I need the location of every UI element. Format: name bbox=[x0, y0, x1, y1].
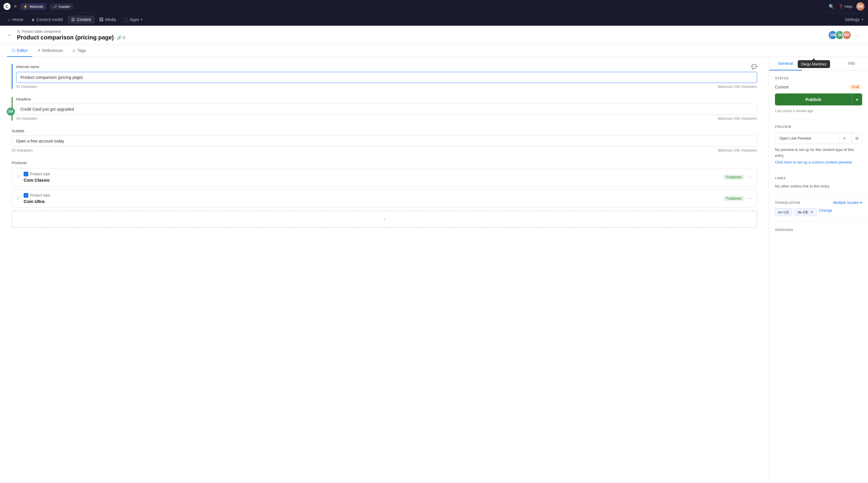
entry-header-actions: DM JK MR ··· bbox=[828, 30, 861, 40]
chevron-down-icon: ▾ bbox=[856, 97, 858, 102]
links-title: LINKS bbox=[775, 176, 862, 180]
entry-header-info: ⊞ Product table component Product compar… bbox=[17, 29, 828, 41]
product-card: ⠿ i Product topic Coin Ultra Published ·… bbox=[12, 189, 757, 208]
subtitle-meta: 25 characters Maximum 256 characters bbox=[12, 148, 757, 152]
tab-general[interactable]: General bbox=[769, 57, 802, 70]
chevron-down-icon: ▾ bbox=[141, 18, 142, 21]
publish-button[interactable]: Publish bbox=[775, 93, 852, 106]
nav-content-model[interactable]: ◈ Content model bbox=[28, 16, 66, 24]
copy-preview-icon[interactable]: ⧉ bbox=[852, 133, 862, 144]
status-badge: Published bbox=[723, 196, 744, 201]
editor-panel: Internal name 💬 33 characters Maximum 25… bbox=[0, 57, 769, 483]
internal-name-field: Internal name 💬 33 characters Maximum 25… bbox=[12, 64, 757, 89]
status-section: STATUS Current Draft Publish ▾ Last save… bbox=[769, 71, 868, 119]
preview-button[interactable]: Open Live Preview bbox=[775, 133, 836, 143]
setup-preview-link[interactable]: Click here to set up a custom content pr… bbox=[775, 160, 862, 164]
product-type: i Product topic bbox=[24, 172, 719, 176]
more-options-button[interactable]: ··· bbox=[854, 32, 861, 38]
tab-references[interactable]: ↗ References bbox=[32, 45, 68, 57]
nav-media[interactable]: 🖼 Media bbox=[96, 16, 120, 24]
references-tab-icon: ↗ bbox=[37, 48, 40, 53]
last-saved: Last saved a minute ago bbox=[775, 109, 862, 113]
nav-content[interactable]: ☰ Content bbox=[68, 16, 94, 24]
preview-note: No preview is set up for the content typ… bbox=[775, 147, 862, 158]
subtitle-input[interactable] bbox=[12, 136, 757, 147]
translation-section: TRANSLATION Multiple locales ▾ en-US de-… bbox=[769, 195, 868, 222]
link-count[interactable]: 🔗 0 bbox=[117, 35, 125, 40]
nav-home[interactable]: ⌂ Home bbox=[5, 16, 27, 24]
nav-apps[interactable]: ⬚ Apps ▾ bbox=[121, 16, 146, 24]
tab-info[interactable]: Info bbox=[835, 57, 868, 70]
remove-locale-button[interactable]: ✕ bbox=[810, 210, 813, 214]
internal-name-label: Internal name 💬 bbox=[16, 64, 757, 69]
multiple-locales-dropdown[interactable]: Multiple locales ▾ bbox=[833, 200, 862, 205]
help-button[interactable]: ❓ Help bbox=[839, 4, 852, 9]
entry-header: ← ⊞ Product table component Product comp… bbox=[0, 26, 868, 45]
preview-button-row: Open Live Preview ↗ ⧉ bbox=[775, 133, 862, 144]
preview-title: PREVIEW bbox=[775, 125, 862, 129]
tab-editor[interactable]: ⬡ Editor bbox=[7, 45, 32, 57]
user-avatar[interactable]: DM bbox=[856, 2, 865, 10]
lightning-icon: ⚡ bbox=[23, 4, 28, 9]
website-badge[interactable]: ⚡ Website bbox=[20, 3, 46, 10]
change-locale-link[interactable]: Change bbox=[819, 208, 832, 216]
product-name[interactable]: Coin Classic bbox=[24, 177, 719, 182]
status-badge: Published bbox=[723, 174, 744, 180]
search-icon[interactable]: 🔍 bbox=[829, 4, 834, 9]
headline-input[interactable] bbox=[16, 104, 757, 115]
product-type-icon: i bbox=[24, 193, 28, 198]
publish-button-wrapper: Publish ▾ bbox=[775, 93, 862, 106]
comment-icon[interactable]: 💬 bbox=[751, 64, 757, 69]
editor-tab-icon: ⬡ bbox=[12, 48, 15, 53]
subtitle-label: Subtitle bbox=[12, 129, 757, 133]
headline-meta: 29 characters Maximum 256 characters bbox=[16, 116, 757, 121]
page-title: Product comparison (pricing page) bbox=[17, 34, 114, 41]
product-name[interactable]: Coin Ultra bbox=[24, 199, 719, 204]
drag-handle[interactable]: ⠿ bbox=[17, 196, 20, 201]
tags-tab-icon: ◇ bbox=[72, 48, 75, 53]
product-more-button[interactable]: ··· bbox=[748, 195, 752, 201]
tab-tags[interactable]: ◇ Tags bbox=[68, 45, 91, 57]
open-preview-icon[interactable]: ↗ bbox=[839, 133, 849, 144]
back-button[interactable]: ← bbox=[7, 32, 12, 38]
locale-en-us: en-US bbox=[775, 208, 792, 216]
publish-dropdown-button[interactable]: ▾ bbox=[852, 93, 862, 106]
content-area: ← ⊞ Product table component Product comp… bbox=[0, 26, 868, 483]
status-row: Current Draft bbox=[775, 84, 862, 90]
logo[interactable]: C bbox=[3, 3, 10, 10]
translation-header: TRANSLATION Multiple locales ▾ bbox=[775, 200, 862, 205]
current-label: Current bbox=[775, 85, 789, 89]
field-user-avatar: DM bbox=[7, 108, 15, 116]
subtitle-field: Subtitle 25 characters Maximum 256 chara… bbox=[12, 129, 757, 152]
editor-tabs: ⬡ Editor ↗ References ◇ Tags bbox=[0, 45, 868, 57]
product-info: i Product topic Coin Classic bbox=[24, 172, 719, 182]
menu-icon[interactable]: ≡ bbox=[14, 4, 17, 9]
status-title: STATUS bbox=[775, 77, 862, 80]
products-field: Products ⠿ i Product topic Coin Classic … bbox=[12, 161, 757, 228]
second-navbar: ⌂ Home ◈ Content model ☰ Content 🖼 Media… bbox=[0, 13, 868, 26]
main-layout: Internal name 💬 33 characters Maximum 25… bbox=[0, 57, 868, 483]
add-product-area[interactable]: + bbox=[12, 210, 757, 228]
preview-section: PREVIEW Open Live Preview ↗ ⧉ No preview… bbox=[769, 119, 868, 171]
breadcrumb: ⊞ Product table component bbox=[17, 29, 828, 34]
component-icon: ⊞ bbox=[17, 29, 20, 34]
chevron-down-icon: ▾ bbox=[860, 200, 862, 205]
media-icon: 🖼 bbox=[99, 17, 103, 22]
product-more-button[interactable]: ··· bbox=[748, 174, 752, 180]
links-section: LINKS No other entries link to this entr… bbox=[769, 171, 868, 195]
links-note: No other entries link to this entry. bbox=[775, 184, 862, 188]
product-type-icon: i bbox=[24, 172, 28, 176]
internal-name-input[interactable] bbox=[16, 72, 757, 83]
content-icon: ☰ bbox=[71, 17, 75, 22]
product-type: i Product topic bbox=[24, 193, 719, 198]
nav-settings[interactable]: Settings ▾ bbox=[845, 17, 863, 22]
right-panel: General Comments Info STATUS Current Dra… bbox=[769, 57, 868, 483]
apps-icon: ⬚ bbox=[124, 17, 128, 22]
translation-title: TRANSLATION bbox=[775, 201, 800, 204]
drag-handle[interactable]: ⠿ bbox=[17, 174, 20, 180]
product-info: i Product topic Coin Ultra bbox=[24, 193, 719, 204]
content-model-icon: ◈ bbox=[31, 17, 35, 22]
avatar-user3[interactable]: MR bbox=[842, 30, 851, 40]
headline-label: Headline bbox=[16, 97, 757, 101]
branch-badge[interactable]: ⎇ master bbox=[50, 3, 73, 10]
